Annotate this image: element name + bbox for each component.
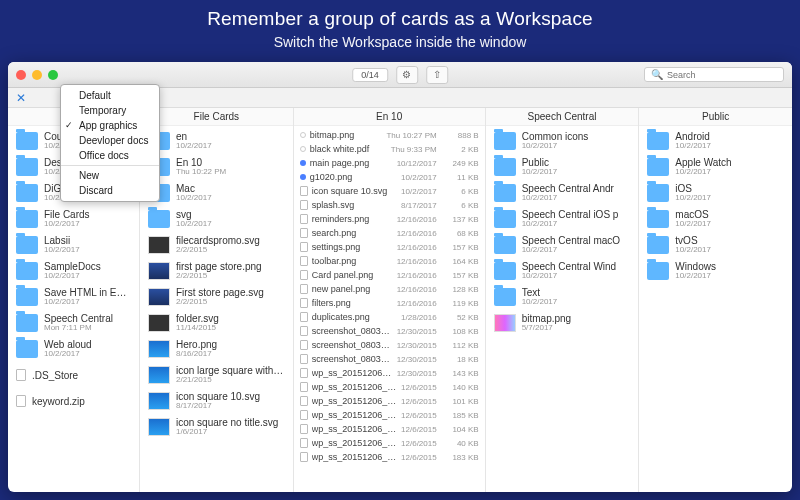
- workspace-menu[interactable]: DefaultTemporaryApp graphicsDeevloper do…: [60, 84, 160, 202]
- file-date: 12/16/2016: [397, 299, 437, 308]
- file-row[interactable]: settings.png12/16/2016157 KB: [294, 240, 485, 254]
- list-item[interactable]: Speech CentralMon 7:11 PM: [8, 310, 139, 336]
- list-item[interactable]: Speech Central macO10/2/2017: [486, 232, 639, 258]
- list-item[interactable]: en10/2/2017: [140, 128, 293, 154]
- list-item[interactable]: Speech Central Andr10/2/2017: [486, 180, 639, 206]
- file-row[interactable]: wp_ss_20151206_0018...12/6/2015140 KB: [294, 380, 485, 394]
- list-item[interactable]: SampleDocs10/2/2017: [8, 258, 139, 284]
- menu-item[interactable]: App graphics: [61, 118, 159, 133]
- maximize-button[interactable]: [48, 70, 58, 80]
- list-item[interactable]: Android10/2/2017: [639, 128, 792, 154]
- list-item[interactable]: bitmap.png5/7/2017: [486, 310, 639, 336]
- file-name: screenshot_08032015_...: [312, 354, 393, 364]
- folder-icon: [16, 158, 38, 176]
- file-date: 12/6/2015: [401, 439, 437, 448]
- list-item[interactable]: Save HTML in Edge10/2/2017: [8, 284, 139, 310]
- column-header: Speech Central: [486, 108, 639, 126]
- file-size: 157 KB: [441, 271, 479, 280]
- thumbnail-icon: [148, 366, 170, 384]
- search-field[interactable]: 🔍: [644, 67, 784, 82]
- file-date: 12/6/2015: [401, 453, 437, 462]
- list-item[interactable]: Mac10/2/2017: [140, 180, 293, 206]
- file-row[interactable]: wp_ss_20151206_0014...12/6/2015101 KB: [294, 394, 485, 408]
- file-row[interactable]: wp_ss_20151206_0010...12/6/2015183 KB: [294, 450, 485, 464]
- file-date: 10/2/2017: [401, 173, 437, 182]
- menu-item[interactable]: Office docs: [61, 148, 159, 163]
- file-size: 40 KB: [441, 439, 479, 448]
- minimize-button[interactable]: [32, 70, 42, 80]
- file-row[interactable]: splash.svg8/17/20176 KB: [294, 198, 485, 212]
- list-item[interactable]: File Cards10/2/2017: [8, 206, 139, 232]
- file-size: 18 KB: [441, 355, 479, 364]
- share-icon[interactable]: ⇧: [426, 66, 448, 84]
- file-row[interactable]: Card panel.png12/16/2016157 KB: [294, 268, 485, 282]
- list-item[interactable]: Labsii10/2/2017: [8, 232, 139, 258]
- list-item[interactable]: Web aloud10/2/2017: [8, 336, 139, 362]
- file-row[interactable]: duplicates.png1/28/201652 KB: [294, 310, 485, 324]
- folder-icon: [494, 158, 516, 176]
- file-row[interactable]: wp_ss_20151206_0011...12/6/201540 KB: [294, 436, 485, 450]
- file-size: 119 KB: [441, 299, 479, 308]
- list-item[interactable]: svg10/2/2017: [140, 206, 293, 232]
- file-name: icon square 10.svg: [312, 186, 397, 196]
- close-tab-icon[interactable]: ✕: [16, 91, 26, 105]
- list-item[interactable]: Text10/2/2017: [486, 284, 639, 310]
- list-item[interactable]: Speech Central iOS p10/2/2017: [486, 206, 639, 232]
- file-date: 12/16/2016: [397, 257, 437, 266]
- file-row[interactable]: toolbar.png12/16/2016164 KB: [294, 254, 485, 268]
- file-row[interactable]: screenshot_08032015_...12/30/2015112 KB: [294, 338, 485, 352]
- list-item[interactable]: first page store.png2/2/2015: [140, 258, 293, 284]
- document-icon: [16, 369, 26, 381]
- close-button[interactable]: [16, 70, 26, 80]
- file-row[interactable]: screenshot_08032015_...12/30/201518 KB: [294, 352, 485, 366]
- menu-item[interactable]: Default: [61, 88, 159, 103]
- list-item[interactable]: En 10Thu 10:22 PM: [140, 154, 293, 180]
- list-item[interactable]: .DS_Store: [8, 362, 139, 388]
- menu-item[interactable]: Discard: [61, 183, 159, 198]
- file-row[interactable]: filters.png12/16/2016119 KB: [294, 296, 485, 310]
- hero-banner: Remember a group of cards as a Workspace…: [0, 0, 800, 56]
- list-item[interactable]: tvOS10/2/2017: [639, 232, 792, 258]
- list-item[interactable]: First store page.svg2/2/2015: [140, 284, 293, 310]
- list-item[interactable]: Speech Central Wind10/2/2017: [486, 258, 639, 284]
- file-row[interactable]: g1020.png10/2/201711 KB: [294, 170, 485, 184]
- file-row[interactable]: bitmap.pngThu 10:27 PM888 B: [294, 128, 485, 142]
- list-item[interactable]: folder.svg11/14/2015: [140, 310, 293, 336]
- file-icon: [300, 424, 308, 434]
- list-item[interactable]: iOS10/2/2017: [639, 180, 792, 206]
- file-name: wp_ss_20151206_0010...: [312, 452, 397, 462]
- list-item[interactable]: filecardspromo.svg2/2/2015: [140, 232, 293, 258]
- menu-item[interactable]: Deevloper docs: [61, 133, 159, 148]
- item-date: 2/21/2015: [176, 376, 285, 385]
- file-row[interactable]: black white.pdfThu 9:33 PM2 KB: [294, 142, 485, 156]
- folder-icon: [647, 184, 669, 202]
- file-row[interactable]: wp_ss_20151206_0012...12/6/2015104 KB: [294, 422, 485, 436]
- list-item[interactable]: Common icons10/2/2017: [486, 128, 639, 154]
- file-row[interactable]: screenshot_08032015_...12/30/2015108 KB: [294, 324, 485, 338]
- list-item[interactable]: Apple Watch10/2/2017: [639, 154, 792, 180]
- list-item[interactable]: icon large square with title.svg2/21/201…: [140, 362, 293, 388]
- item-date: 10/2/2017: [522, 246, 631, 255]
- list-item[interactable]: icon square no title.svg1/6/2017: [140, 414, 293, 440]
- gear-icon[interactable]: ⚙: [396, 66, 418, 84]
- list-item[interactable]: Windows10/2/2017: [639, 258, 792, 284]
- file-row[interactable]: new panel.png12/16/2016128 KB: [294, 282, 485, 296]
- file-date: 12/16/2016: [397, 243, 437, 252]
- menu-item[interactable]: New: [61, 168, 159, 183]
- list-item[interactable]: Public10/2/2017: [486, 154, 639, 180]
- thumbnail-icon: [148, 262, 170, 280]
- list-item[interactable]: macOS10/2/2017: [639, 206, 792, 232]
- file-row[interactable]: reminders.png12/16/2016137 KB: [294, 212, 485, 226]
- file-row[interactable]: wp_ss_20151206_0013...12/6/2015185 KB: [294, 408, 485, 422]
- file-row[interactable]: icon square 10.svg10/2/20176 KB: [294, 184, 485, 198]
- file-row[interactable]: wp_ss_20151206_0019...12/30/2015143 KB: [294, 366, 485, 380]
- menu-item[interactable]: Temporary: [61, 103, 159, 118]
- file-row[interactable]: main page.png10/12/2017249 KB: [294, 156, 485, 170]
- list-item[interactable]: keyword.zip: [8, 388, 139, 414]
- file-name: wp_ss_20151206_0018...: [312, 382, 397, 392]
- list-item[interactable]: icon square 10.svg8/17/2017: [140, 388, 293, 414]
- folder-icon: [494, 210, 516, 228]
- search-input[interactable]: [667, 70, 779, 80]
- list-item[interactable]: Hero.png8/16/2017: [140, 336, 293, 362]
- file-row[interactable]: search.png12/16/201668 KB: [294, 226, 485, 240]
